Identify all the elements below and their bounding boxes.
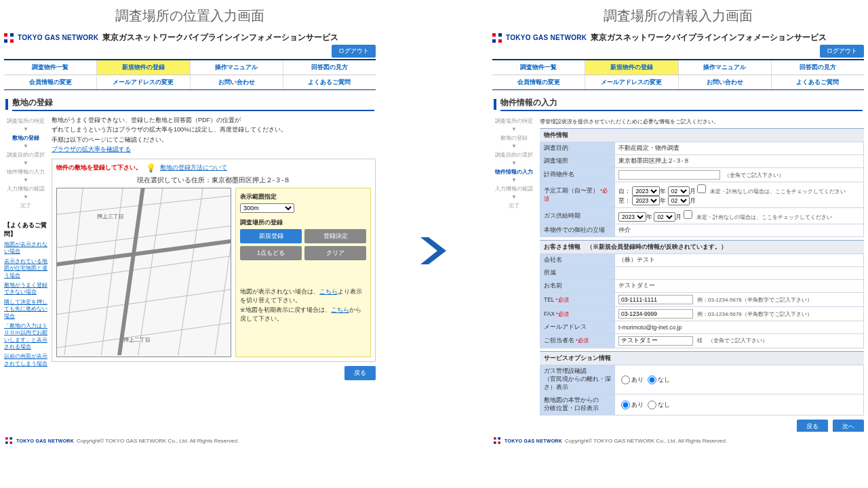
arrow-icon <box>414 230 454 271</box>
gas-month[interactable]: 02 <box>654 212 675 222</box>
register-help-link[interactable]: 敷地の登録方法について <box>160 163 227 172</box>
range-label: 表示範囲指定 <box>240 192 366 201</box>
company-value: （株）テスト <box>615 254 864 267</box>
nav-contact[interactable]: お問い合わせ <box>191 75 283 89</box>
section-property: 物件情報 <box>540 128 864 142</box>
step-5: 入力情報の確認 <box>4 183 47 195</box>
nav-mail[interactable]: メールアドレスの変更 <box>97 75 190 89</box>
tel-input[interactable] <box>618 295 693 304</box>
nav-answer[interactable]: 回答図の見方 <box>772 60 864 75</box>
faq-item[interactable]: 隣して決定を押しても先に進めない場合 <box>4 299 47 320</box>
clear-button[interactable]: クリア <box>304 246 366 260</box>
register-label: 調査場所の登録 <box>240 218 366 227</box>
nav-member[interactable]: 会員情報の変更 <box>492 75 585 89</box>
svg-text:押上二丁目: 押上二丁目 <box>123 337 151 343</box>
opt2-yes-radio[interactable] <box>621 401 630 409</box>
service-title: 東京ガスネットワークパイプラインインフォメーションサービス <box>591 32 827 43</box>
purpose-value: 不動産鑑定・物件調査 <box>615 142 864 155</box>
zoom-help-link[interactable]: ブラウザの拡大率を確認する <box>52 146 131 152</box>
section-option: サービスオプション情報 <box>540 351 864 365</box>
caption-left: 調査場所の位置入力画面 <box>0 0 380 29</box>
range-select[interactable]: 300m <box>240 203 294 213</box>
nav-register[interactable]: 新規物件の登録 <box>585 60 678 75</box>
faq-item[interactable]: 地図が表示されない場合 <box>4 241 47 256</box>
back-button[interactable]: 戻る <box>797 420 828 432</box>
new-register-button[interactable]: 新規登録 <box>240 229 302 243</box>
step-3: 調査目的の選択 <box>4 149 47 161</box>
faq-item[interactable]: 以前の画面が表示されてしまう場合 <box>4 353 47 367</box>
next-button[interactable]: 次へ <box>833 420 864 432</box>
page-title: 敷地の登録 <box>12 97 374 111</box>
step-sidebar: 調査場所の特定▼ 敷地の登録▼ 調査目的の選択▼ 物件情報の入力▼ 入力情報の確… <box>4 115 47 432</box>
faq-heading: 【よくあるご質問】 <box>4 221 47 239</box>
logout-button[interactable]: ログアウト <box>332 45 376 58</box>
period-from-month[interactable]: 02 <box>668 186 690 196</box>
gas-undecided-checkbox[interactable] <box>684 210 692 219</box>
step-4: 物件情報の入力 <box>4 166 47 178</box>
logout-button[interactable]: ログアウト <box>820 45 864 58</box>
step-sidebar: 調査場所の特定▼ 敷地の登録▼ 調査目的の選択▼ 物件情報の入力▼ 入力情報の確… <box>492 115 536 432</box>
period-to-month[interactable]: 02 <box>668 196 690 205</box>
page-title: 物件情報の入力 <box>500 97 863 111</box>
faq-item[interactable]: 敷地がうまく登録できない場合 <box>4 282 47 296</box>
period-undecided-checkbox[interactable] <box>697 184 706 193</box>
opt1-no-radio[interactable] <box>648 375 656 384</box>
caption-right: 調査場所の情報入力画面 <box>488 0 868 29</box>
faq-item[interactable]: 「敷地の入力は１００ｍ以内でお願いします」と表示される場合 <box>4 323 47 351</box>
map-reset-link[interactable]: こちら <box>331 306 349 313</box>
nav-manual[interactable]: 操作マニュアル <box>679 60 772 75</box>
nav-manual[interactable]: 操作マニュアル <box>191 60 283 75</box>
desc-line: 敷地がうまく登録できない、登録した敷地と回答図（PDF）の位置が <box>52 117 241 123</box>
nav-mail[interactable]: メールアドレスの変更 <box>585 75 678 89</box>
register-warning: 物件の敷地を登録して下さい。 <box>56 163 142 172</box>
map-switch-link[interactable]: こちら <box>319 288 338 295</box>
nav-faq[interactable]: よくあるご質問 <box>772 75 864 89</box>
step-1: 調査場所の特定 <box>4 115 47 127</box>
logo-icon <box>494 437 500 444</box>
step-2: 敷地の登録 <box>4 132 47 144</box>
copyright: Copyright© TOKYO GAS NETWORK Co., Ltd. A… <box>77 438 239 444</box>
fix-register-button[interactable]: 登録決定 <box>304 229 366 243</box>
nav-list[interactable]: 調査物件一覧 <box>4 60 97 75</box>
step-6: 完了 <box>4 200 47 211</box>
gas-year[interactable]: 2023 <box>618 212 646 222</box>
bulb-icon: 💡 <box>146 163 156 173</box>
nav-contact[interactable]: お問い合わせ <box>679 75 772 89</box>
section-customer: お客さま情報 （※新規会員登録時の情報が反映されています。） <box>540 240 864 253</box>
nav-register[interactable]: 新規物件の登録 <box>97 60 190 75</box>
fax-input[interactable] <box>618 309 693 319</box>
opt2-no-radio[interactable] <box>648 401 656 409</box>
brand-name: TOKYO GAS NETWORK <box>18 34 98 41</box>
brand-name: TOKYO GAS NETWORK <box>506 34 587 41</box>
logo-icon <box>492 33 502 43</box>
nav-faq[interactable]: よくあるご質問 <box>283 75 376 89</box>
map-canvas[interactable]: 押上三丁目 押上二丁目 <box>56 188 231 357</box>
nav-answer[interactable]: 回答図の見方 <box>283 60 376 75</box>
back-button[interactable]: 戻る <box>344 366 376 380</box>
period-to-year[interactable]: 2023 <box>632 196 660 205</box>
current-address: 現在選択している住所：東京都墨田区押上２-３-８ <box>56 176 371 185</box>
name-value: テストダミー <box>615 280 864 293</box>
nav-member[interactable]: 会員情報の変更 <box>4 75 97 89</box>
desc-line: ずれてしまうという方はブラウザの拡大率を100%に設定し、再度登録してください。 <box>52 126 287 133</box>
property-name-input[interactable] <box>618 170 720 180</box>
form-intro: 導管埋設状況を提供させていただくために必要な情報をご記入ください。 <box>540 118 864 125</box>
copyright: Copyright© TOKYO GAS NETWORK Co., Ltd. A… <box>565 438 727 444</box>
main-nav: 調査物件一覧 新規物件の登録 操作マニュアル 回答図の見方 会員情報の変更 メー… <box>4 59 376 90</box>
opt1-yes-radio[interactable] <box>621 375 630 384</box>
desc-line: 手順は以下のページにてご確認ください。 <box>52 136 167 143</box>
nav-list[interactable]: 調査物件一覧 <box>492 60 585 75</box>
period-from-year[interactable]: 2023 <box>632 186 660 196</box>
faq-item[interactable]: 表示されている地図が住宅地図と違う場合 <box>4 258 47 279</box>
main-nav: 調査物件一覧 新規物件の登録 操作マニュアル 回答図の見方 会員情報の変更 メー… <box>492 59 864 90</box>
undo-button[interactable]: 1点もどる <box>240 246 302 260</box>
contact-input[interactable] <box>618 336 693 346</box>
role-value: 仲介 <box>615 224 864 237</box>
map-control-panel: 表示範囲指定 300m 調査場所の登録 新規登録 登録決定 1点もどる クリア <box>235 188 371 357</box>
dept-value <box>615 267 864 280</box>
mail-value: t-morimoto@tg-inet.co.jp <box>615 321 864 334</box>
place-value: 東京都墨田区押上２-３-８ <box>615 155 864 168</box>
svg-rect-0 <box>57 188 231 355</box>
logo-icon <box>4 33 14 43</box>
service-title: 東京ガスネットワークパイプラインインフォメーションサービス <box>102 32 338 43</box>
